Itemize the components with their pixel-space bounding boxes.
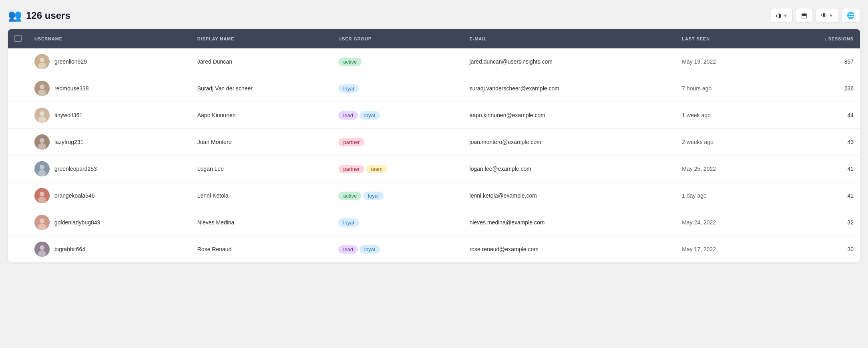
row-checkbox-cell <box>8 48 28 75</box>
table-row[interactable]: bigrabbit664Rose Renaudleadloyalrose.ren… <box>8 236 860 263</box>
tag-active: active <box>338 58 362 66</box>
username-text: greenlion929 <box>54 58 87 65</box>
svg-point-14 <box>38 170 46 176</box>
table-row[interactable]: orangekoala546Lenni Ketolaactiveloyallen… <box>8 182 860 209</box>
last-seen-cell: 1 day ago <box>675 182 772 209</box>
username-cell: tinywolf361 <box>28 102 191 129</box>
row-checkbox-cell <box>8 102 28 129</box>
header-bar: 👥 126 users ◑ ▼ ⬒ 👁 ▼ 🌐 <box>8 8 860 23</box>
sessions-cell: 32 <box>772 209 860 236</box>
tag-team: team <box>366 165 387 173</box>
filter-button[interactable]: ◑ ▼ <box>771 8 793 23</box>
sessions-cell: 43 <box>772 129 860 156</box>
row-checkbox-cell <box>8 182 28 209</box>
username-cell: greenlion929 <box>28 48 191 75</box>
username-text: redmouse338 <box>54 85 89 92</box>
last-seen-cell: 1 week ago <box>675 102 772 129</box>
svg-point-7 <box>40 111 44 116</box>
username-text: greenleopard253 <box>54 166 97 172</box>
user-group-cell: partner <box>332 129 463 156</box>
user-group-cell: loyal <box>332 209 463 236</box>
svg-point-17 <box>38 197 46 203</box>
svg-point-1 <box>40 58 44 62</box>
table-row[interactable]: goldenladybug849Nieves Medinaloyalnieves… <box>8 209 860 236</box>
sessions-cell: 857 <box>772 48 860 75</box>
row-checkbox-cell <box>8 209 28 236</box>
svg-point-22 <box>40 245 44 250</box>
user-group-cell: leadloyal <box>332 236 463 263</box>
tag-partner: partner <box>338 138 364 146</box>
display-name-cell: Rose Renaud <box>191 236 332 263</box>
svg-point-19 <box>40 218 44 223</box>
last-seen-cell: May 19, 2022 <box>675 48 772 75</box>
svg-point-10 <box>40 138 44 143</box>
avatar <box>34 242 50 257</box>
email-cell: lenni.ketola@example.com <box>463 182 676 209</box>
display-name-cell: Nieves Medina <box>191 209 332 236</box>
sessions-cell: 236 <box>772 75 860 102</box>
user-group-cell: active <box>332 48 463 75</box>
table-row[interactable]: greenlion929Jared Duncanactivejared.dunc… <box>8 48 860 75</box>
username-cell: redmouse338 <box>28 75 191 102</box>
user-group-cell: loyal <box>332 75 463 102</box>
tag-lead: lead <box>338 111 358 120</box>
table-row[interactable]: tinywolf361Aapo Kinnunenleadloyalaapo.ki… <box>8 102 860 129</box>
user-group-cell: partnerteam <box>332 156 463 182</box>
svg-point-13 <box>40 165 44 170</box>
last-seen-cell: May 17, 2022 <box>675 236 772 263</box>
user-group-header: USER GROUP <box>332 29 463 48</box>
export-button[interactable]: ⬒ <box>796 8 812 23</box>
svg-point-11 <box>38 143 46 150</box>
users-table: USERNAME DISPLAY NAME USER GROUP E-MAIL … <box>8 29 860 262</box>
email-cell: jared.duncan@usersinsights.com <box>463 48 676 75</box>
email-cell: aapo.kinnunen@example.com <box>463 102 676 129</box>
row-checkbox-cell <box>8 236 28 263</box>
tag-active: active <box>338 192 362 200</box>
svg-point-4 <box>40 84 44 89</box>
export-icon: ⬒ <box>801 12 807 19</box>
tag-loyal: loyal <box>363 192 384 200</box>
user-count-label: 126 users <box>26 10 70 21</box>
email-header: E-MAIL <box>463 29 676 48</box>
table-row[interactable]: lazyfrog231Joan Monteropartnerjoan.monte… <box>8 129 860 156</box>
users-icon: 👥 <box>8 9 22 22</box>
display-name-cell: Logan Lee <box>191 156 332 182</box>
settings-button[interactable]: 🌐 <box>842 8 860 23</box>
user-count: 👥 126 users <box>8 9 70 22</box>
username-text: tinywolf361 <box>54 112 82 118</box>
last-seen-cell: 7 hours ago <box>675 75 772 102</box>
svg-point-16 <box>40 192 44 196</box>
row-checkbox-cell <box>8 75 28 102</box>
svg-point-5 <box>38 90 46 96</box>
table-row[interactable]: greenleopard253Logan Leepartnerteamlogan… <box>8 156 860 182</box>
view-chevron: ▼ <box>829 13 833 18</box>
user-group-cell: leadloyal <box>332 102 463 129</box>
username-text: goldenladybug849 <box>54 219 100 226</box>
svg-point-23 <box>38 250 46 257</box>
avatar <box>34 81 50 96</box>
svg-point-8 <box>38 116 46 123</box>
username-text: bigrabbit664 <box>54 246 85 252</box>
table-row[interactable]: redmouse338Suradj Van der scheerloyalsur… <box>8 75 860 102</box>
view-button[interactable]: 👁 ▼ <box>816 8 838 23</box>
avatar <box>34 188 50 203</box>
sessions-cell: 41 <box>772 182 860 209</box>
display-name-cell: Jared Duncan <box>191 48 332 75</box>
display-name-cell: Joan Montero <box>191 129 332 156</box>
avatar <box>34 134 50 150</box>
select-all-checkbox[interactable] <box>14 35 22 42</box>
last-seen-cell: May 24, 2022 <box>675 209 772 236</box>
table-header-row: USERNAME DISPLAY NAME USER GROUP E-MAIL … <box>8 29 860 48</box>
row-checkbox-cell <box>8 156 28 182</box>
email-cell: joan.montero@example.com <box>463 129 676 156</box>
tag-partner: partner <box>338 165 364 173</box>
checkbox-header[interactable] <box>8 29 28 48</box>
username-cell: orangekoala546 <box>28 182 191 209</box>
toolbar: ◑ ▼ ⬒ 👁 ▼ 🌐 <box>771 8 860 23</box>
sessions-cell: 30 <box>772 236 860 263</box>
sessions-cell: 44 <box>772 102 860 129</box>
filter-chevron: ▼ <box>783 13 788 18</box>
eye-icon: 👁 <box>821 12 827 19</box>
tag-lead: lead <box>338 245 358 254</box>
tag-loyal: loyal <box>360 245 380 254</box>
